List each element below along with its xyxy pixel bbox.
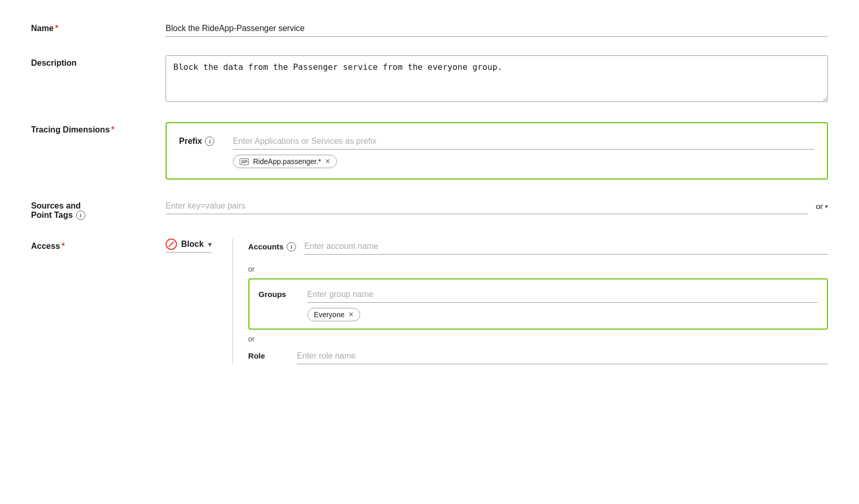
or-text-1: or <box>248 265 828 273</box>
sources-input[interactable] <box>166 198 808 214</box>
tracing-dimensions-row: Tracing Dimensions* Prefix i <box>31 122 828 180</box>
name-row: Name* <box>31 21 828 37</box>
groups-row: Groups Everyone × <box>259 287 818 321</box>
prefix-input[interactable] <box>233 134 814 150</box>
groups-input-area: Everyone × <box>307 287 818 321</box>
group-chip-close[interactable]: × <box>349 310 353 319</box>
prefix-chip-icon <box>240 158 249 165</box>
description-input[interactable] <box>166 55 828 102</box>
groups-label: Groups <box>259 287 295 299</box>
prefix-chip-text: RideApp.passenger.* <box>253 157 321 166</box>
block-chevron-icon: ▾ <box>208 241 212 248</box>
groups-green-box: Groups Everyone × <box>248 278 828 330</box>
name-field <box>166 21 828 37</box>
role-input[interactable] <box>297 348 828 364</box>
accounts-input[interactable] <box>304 239 828 255</box>
accounts-section: Accounts i <box>248 239 828 255</box>
accounts-info-icon[interactable]: i <box>287 242 296 251</box>
prefix-row: Prefix i RideA <box>179 134 814 168</box>
access-label: Access* <box>31 239 166 251</box>
group-chip-text: Everyone <box>314 310 345 319</box>
accounts-label: Accounts i <box>248 242 296 251</box>
block-selector: Block ▾ <box>166 239 212 253</box>
block-button[interactable]: Block ▾ <box>166 239 212 253</box>
block-label: Block <box>181 240 204 249</box>
role-label: Role <box>248 348 285 360</box>
tracing-dimensions-green-box: Prefix i RideA <box>166 122 828 180</box>
sources-label: Sources and Point Tags i <box>31 198 166 220</box>
prefix-chip: RideApp.passenger.* × <box>233 155 337 168</box>
name-label: Name* <box>31 21 166 33</box>
role-input-area <box>297 348 828 364</box>
sources-info-icon[interactable]: i <box>76 211 85 220</box>
sources-or-dropdown[interactable]: or ▾ <box>816 202 828 211</box>
sources-row: Sources and Point Tags i or ▾ <box>31 198 828 220</box>
group-chip: Everyone × <box>307 308 361 321</box>
tracing-dimensions-field: Prefix i RideA <box>166 122 828 180</box>
description-field <box>166 55 828 103</box>
access-row: Access* Block ▾ Accounts i <box>31 239 828 364</box>
sources-field: or ▾ <box>166 198 828 214</box>
prefix-label: Prefix i <box>179 134 220 146</box>
description-label: Description <box>31 55 166 68</box>
description-row: Description <box>31 55 828 103</box>
tracing-dimensions-label: Tracing Dimensions* <box>31 122 166 135</box>
access-details: Accounts i or Groups Everyone <box>232 239 828 364</box>
or-text-2: or <box>248 335 828 343</box>
role-row: Role <box>248 348 828 364</box>
sources-chevron-icon: ▾ <box>825 203 828 210</box>
groups-input[interactable] <box>307 287 818 303</box>
access-content: Block ▾ Accounts i or <box>166 239 828 364</box>
prefix-chip-close[interactable]: × <box>325 157 330 166</box>
prefix-info-icon[interactable]: i <box>205 137 214 146</box>
block-icon <box>166 239 177 250</box>
name-input[interactable] <box>166 21 828 37</box>
sources-input-row: or ▾ <box>166 198 828 214</box>
accounts-row: Accounts i <box>248 239 828 255</box>
access-field: Block ▾ Accounts i or <box>166 239 828 364</box>
prefix-input-area: RideApp.passenger.* × <box>233 134 814 168</box>
